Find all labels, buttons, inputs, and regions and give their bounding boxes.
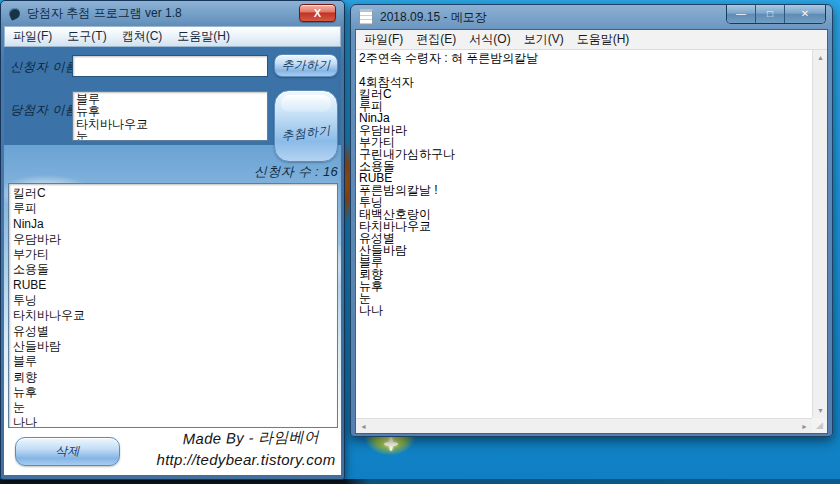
applicant-item[interactable]: 뉴후 (13, 385, 337, 400)
applicant-item[interactable]: 블루 (13, 354, 337, 369)
add-button[interactable]: 추가하기 (274, 54, 338, 77)
horizontal-scrollbar[interactable]: ◄ ► (356, 418, 812, 433)
text-line: 킬러C (359, 88, 812, 100)
applicant-item[interactable]: 부가티 (13, 247, 337, 262)
text-line: 뉴후 (359, 280, 812, 292)
text-line: 나나 (359, 304, 812, 316)
notepad-menubar: 파일(F) 편집(E) 서식(O) 보기(V) 도움말(H) (356, 30, 827, 50)
applicant-item[interactable]: 투닝 (13, 293, 337, 308)
menu-file[interactable]: 파일(F) (364, 31, 403, 48)
text-line (359, 64, 812, 76)
applicant-item[interactable]: 소용돌 (13, 262, 337, 277)
close-icon[interactable]: ✕ (785, 5, 825, 23)
menu-tools[interactable]: 도구(T) (67, 28, 106, 45)
menu-help[interactable]: 도움말(H) (177, 28, 230, 45)
text-line: 루피 (359, 100, 812, 112)
credit-url[interactable]: http://tedybear.tistory.com (148, 451, 341, 468)
notepad-client: 파일(F) 편집(E) 서식(O) 보기(V) 도움말(H) 2주연속 수령자 … (355, 29, 828, 434)
lottery-app-icon (7, 6, 22, 21)
notepad-icon (359, 9, 373, 25)
text-line: 2주연속 수령자 : 혀 푸른밤의칼날 (359, 52, 812, 64)
minimize-icon[interactable]: — (727, 5, 756, 23)
winner-listbox[interactable]: 블루 뉴후 타치바나우쿄 눈 (72, 91, 268, 141)
scroll-right-icon[interactable]: ► (797, 419, 812, 434)
applicant-item[interactable]: 뢰향 (13, 370, 337, 385)
applicant-item[interactable]: 눈 (13, 400, 337, 415)
vertical-scrollbar[interactable]: ▲ ▼ (812, 50, 827, 418)
text-line: 블루 (359, 256, 812, 268)
lottery-titlebar[interactable]: 당첨자 추첨 프로그램 ver 1.8 X (4, 1, 341, 26)
text-line: 타치바나우쿄 (359, 220, 812, 232)
menu-help[interactable]: 도움말(H) (577, 31, 630, 48)
applicant-item[interactable]: 루피 (13, 201, 337, 216)
text-line: 우담바라 (359, 124, 812, 136)
applicant-item[interactable]: 나나 (13, 415, 337, 428)
applicant-name-label: 신청자 이름 (10, 59, 78, 76)
scroll-down-icon[interactable]: ▼ (813, 403, 828, 418)
text-line: 유성별 (359, 232, 812, 244)
close-icon[interactable]: X (299, 4, 336, 22)
menu-edit[interactable]: 편집(E) (416, 31, 456, 48)
notepad-window: 2018.09.15 - 메모장 — □ ✕ 파일(F) 편집(E) 서식(O)… (350, 4, 833, 437)
text-line: 4회참석자 (359, 76, 812, 88)
applicant-item[interactable]: RUBE (13, 278, 337, 293)
menu-format[interactable]: 서식(O) (469, 31, 510, 48)
menu-capture[interactable]: 캡쳐(C) (122, 28, 163, 45)
menu-file[interactable]: 파일(F) (13, 28, 52, 45)
lottery-window-title: 당첨자 추첨 프로그램 ver 1.8 (27, 5, 182, 22)
notepad-window-title: 2018.09.15 - 메모장 (380, 9, 487, 26)
windows-start-icon[interactable] (384, 437, 398, 451)
winner-item[interactable]: 타치바나우쿄 (76, 118, 264, 130)
draw-button[interactable]: 추첨하기 (274, 90, 338, 162)
winner-item[interactable]: 블루 (76, 93, 264, 105)
applicant-listbox[interactable]: 킬러C 루피 NinJa 우담바라 부가티 소용돌 RUBE 투닝 타치바나우쿄… (8, 183, 338, 428)
draw-button-label: 추첨하기 (274, 121, 338, 145)
delete-button[interactable]: 삭제 (15, 437, 120, 466)
text-line: 눈 (359, 292, 812, 304)
text-line: 산들바람 (359, 244, 812, 256)
applicant-item[interactable]: 우담바라 (13, 232, 337, 247)
lottery-menubar: 파일(F) 도구(T) 캡쳐(C) 도움말(H) (4, 26, 341, 47)
text-line: NinJa (359, 112, 812, 124)
winner-name-label: 당첨자 이름 (10, 102, 78, 119)
maximize-icon[interactable]: □ (756, 5, 785, 23)
applicant-name-input[interactable] (72, 55, 268, 77)
lottery-window: 당첨자 추첨 프로그램 ver 1.8 X 파일(F) 도구(T) 캡쳐(C) … (0, 0, 345, 480)
applicant-item[interactable]: NinJa (13, 217, 337, 232)
applicant-item[interactable]: 킬러C (13, 186, 337, 201)
winner-item[interactable]: 눈 (76, 130, 264, 141)
text-line: 푸른밤의칼날 ! (359, 184, 812, 196)
text-line: 소용돌 (359, 160, 812, 172)
menu-view[interactable]: 보기(V) (524, 31, 564, 48)
scroll-up-icon[interactable]: ▲ (813, 50, 828, 65)
lottery-body: 신청자 이름 추가하기 당첨자 이름 블루 뉴후 타치바나우쿄 눈 추첨하기 신… (4, 47, 341, 475)
notepad-titlebar[interactable]: 2018.09.15 - 메모장 — □ ✕ (355, 5, 828, 29)
applicant-item[interactable]: 산들바람 (13, 339, 337, 354)
applicant-item[interactable]: 타치바나우쿄 (13, 308, 337, 323)
scroll-left-icon[interactable]: ◄ (356, 419, 371, 434)
text-line: 구린내가심하구나 (359, 148, 812, 160)
notepad-text-area[interactable]: 2주연속 수령자 : 혀 푸른밤의칼날 4회참석자 킬러C 루피 NinJa 우… (356, 50, 812, 418)
caption-buttons: — □ ✕ (726, 5, 826, 24)
text-line: 뢰향 (359, 268, 812, 280)
winner-item[interactable]: 뉴후 (76, 105, 264, 117)
credit-author: Made By - 라임베어 (160, 427, 341, 449)
applicant-item[interactable]: 유성별 (13, 324, 337, 339)
applicant-count-label: 신청자 수 : 16 (254, 163, 338, 181)
resize-grip[interactable]: ◢ (812, 418, 827, 433)
